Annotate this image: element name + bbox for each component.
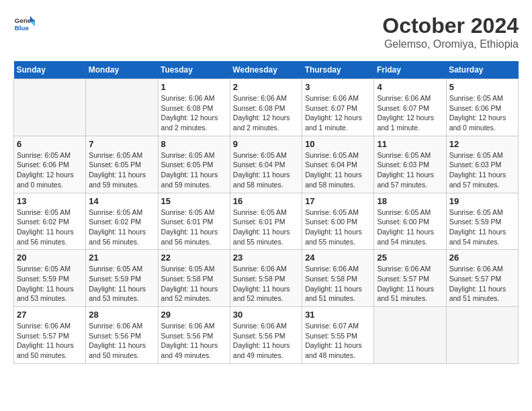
calendar-cell: 13 Sunrise: 6:05 AM Sunset: 6:02 PM Dayl…	[14, 193, 86, 250]
daylight-text: Daylight: 11 hours and 56 minutes.	[161, 228, 218, 246]
daylight-text: Daylight: 12 hours and 0 minutes.	[449, 113, 506, 132]
calendar-cell: 5 Sunrise: 6:05 AM Sunset: 6:06 PM Dayli…	[446, 79, 518, 136]
day-info: Sunrise: 6:05 AM Sunset: 6:06 PM Dayligh…	[17, 150, 83, 190]
weekday-header-sunday: Sunday	[14, 61, 86, 79]
sunset-text: Sunset: 5:58 PM	[233, 275, 285, 283]
calendar-cell: 30 Sunrise: 6:06 AM Sunset: 5:56 PM Dayl…	[230, 307, 302, 364]
sunset-text: Sunset: 5:59 PM	[17, 275, 69, 283]
weekday-header-friday: Friday	[374, 61, 446, 79]
day-number: 13	[17, 196, 83, 206]
day-info: Sunrise: 6:06 AM Sunset: 5:57 PM Dayligh…	[449, 264, 515, 304]
sunrise-text: Sunrise: 6:05 AM	[17, 208, 71, 216]
sunrise-text: Sunrise: 6:05 AM	[17, 265, 71, 273]
daylight-text: Daylight: 11 hours and 51 minutes.	[449, 285, 506, 303]
day-number: 11	[377, 139, 443, 149]
day-info: Sunrise: 6:06 AM Sunset: 5:56 PM Dayligh…	[233, 321, 299, 361]
sunrise-text: Sunrise: 6:06 AM	[17, 322, 71, 330]
calendar-week-row: 20 Sunrise: 6:05 AM Sunset: 5:59 PM Dayl…	[14, 250, 519, 307]
daylight-text: Daylight: 11 hours and 52 minutes.	[233, 285, 290, 303]
sunrise-text: Sunrise: 6:06 AM	[161, 322, 215, 330]
sunrise-text: Sunrise: 6:06 AM	[89, 322, 142, 330]
day-info: Sunrise: 6:06 AM Sunset: 5:57 PM Dayligh…	[377, 264, 443, 304]
sunset-text: Sunset: 6:07 PM	[377, 104, 429, 112]
calendar-cell: 1 Sunrise: 6:06 AM Sunset: 6:08 PM Dayli…	[158, 79, 230, 136]
sunrise-text: Sunrise: 6:06 AM	[233, 322, 287, 330]
calendar-cell: 10 Sunrise: 6:05 AM Sunset: 6:04 PM Dayl…	[302, 136, 374, 193]
daylight-text: Daylight: 11 hours and 58 minutes.	[233, 171, 290, 189]
day-info: Sunrise: 6:07 AM Sunset: 5:55 PM Dayligh…	[305, 321, 371, 361]
calendar-cell	[446, 307, 518, 364]
daylight-text: Daylight: 11 hours and 57 minutes.	[449, 171, 506, 189]
day-info: Sunrise: 6:05 AM Sunset: 5:59 PM Dayligh…	[449, 208, 515, 247]
day-number: 14	[89, 196, 154, 206]
sunrise-text: Sunrise: 6:05 AM	[377, 151, 431, 159]
day-number: 12	[449, 139, 515, 149]
sunrise-text: Sunrise: 6:05 AM	[305, 151, 359, 159]
day-number: 1	[161, 82, 227, 92]
day-info: Sunrise: 6:06 AM Sunset: 6:07 PM Dayligh…	[377, 93, 443, 133]
sunset-text: Sunset: 5:56 PM	[89, 332, 141, 340]
calendar-cell: 11 Sunrise: 6:05 AM Sunset: 6:03 PM Dayl…	[374, 136, 446, 193]
sunset-text: Sunset: 6:03 PM	[449, 161, 502, 169]
sunrise-text: Sunrise: 6:06 AM	[377, 94, 431, 102]
day-info: Sunrise: 6:05 AM Sunset: 6:01 PM Dayligh…	[161, 208, 227, 247]
day-number: 31	[305, 310, 371, 320]
calendar-week-row: 13 Sunrise: 6:05 AM Sunset: 6:02 PM Dayl…	[14, 193, 519, 250]
sunrise-text: Sunrise: 6:06 AM	[161, 94, 215, 102]
daylight-text: Daylight: 11 hours and 49 minutes.	[161, 341, 218, 359]
day-number: 15	[161, 196, 227, 206]
daylight-text: Daylight: 11 hours and 56 minutes.	[89, 228, 146, 246]
daylight-text: Daylight: 11 hours and 49 minutes.	[233, 341, 290, 359]
day-number: 29	[161, 310, 227, 320]
day-number: 7	[89, 139, 154, 149]
calendar-cell: 27 Sunrise: 6:06 AM Sunset: 5:57 PM Dayl…	[14, 307, 86, 364]
calendar-cell	[374, 307, 446, 364]
sunrise-text: Sunrise: 6:05 AM	[161, 151, 215, 159]
daylight-text: Daylight: 11 hours and 54 minutes.	[377, 228, 434, 246]
day-info: Sunrise: 6:05 AM Sunset: 6:02 PM Dayligh…	[89, 208, 154, 247]
calendar-cell: 21 Sunrise: 6:05 AM Sunset: 5:59 PM Dayl…	[86, 250, 158, 307]
day-info: Sunrise: 6:06 AM Sunset: 5:58 PM Dayligh…	[233, 264, 299, 304]
calendar-cell: 25 Sunrise: 6:06 AM Sunset: 5:57 PM Dayl…	[374, 250, 446, 307]
day-number: 28	[89, 310, 154, 320]
calendar-cell: 3 Sunrise: 6:06 AM Sunset: 6:07 PM Dayli…	[302, 79, 374, 136]
day-number: 22	[161, 253, 227, 263]
daylight-text: Daylight: 11 hours and 57 minutes.	[377, 171, 434, 189]
sunrise-text: Sunrise: 6:05 AM	[89, 265, 142, 273]
daylight-text: Daylight: 11 hours and 50 minutes.	[17, 341, 74, 359]
calendar-cell: 18 Sunrise: 6:05 AM Sunset: 6:00 PM Dayl…	[374, 193, 446, 250]
day-info: Sunrise: 6:06 AM Sunset: 6:08 PM Dayligh…	[233, 93, 299, 133]
daylight-text: Daylight: 11 hours and 53 minutes.	[89, 285, 146, 303]
sunrise-text: Sunrise: 6:05 AM	[17, 151, 71, 159]
calendar-cell: 4 Sunrise: 6:06 AM Sunset: 6:07 PM Dayli…	[374, 79, 446, 136]
sunrise-text: Sunrise: 6:05 AM	[305, 208, 359, 216]
day-number: 18	[377, 196, 443, 206]
sunset-text: Sunset: 6:02 PM	[17, 218, 69, 226]
sunrise-text: Sunrise: 6:05 AM	[89, 151, 142, 159]
page-header: General Blue October 2024 Gelemso, Oromi…	[13, 13, 519, 50]
day-info: Sunrise: 6:05 AM Sunset: 5:59 PM Dayligh…	[17, 264, 83, 304]
calendar-week-row: 27 Sunrise: 6:06 AM Sunset: 5:57 PM Dayl…	[14, 307, 519, 364]
sunrise-text: Sunrise: 6:05 AM	[161, 208, 215, 216]
daylight-text: Daylight: 11 hours and 54 minutes.	[449, 228, 506, 246]
calendar-cell: 12 Sunrise: 6:05 AM Sunset: 6:03 PM Dayl…	[446, 136, 518, 193]
day-info: Sunrise: 6:05 AM Sunset: 6:03 PM Dayligh…	[377, 150, 443, 190]
calendar-cell: 9 Sunrise: 6:05 AM Sunset: 6:04 PM Dayli…	[230, 136, 302, 193]
sunset-text: Sunset: 5:58 PM	[305, 275, 357, 283]
sunset-text: Sunset: 6:01 PM	[233, 218, 285, 226]
calendar-cell: 8 Sunrise: 6:05 AM Sunset: 6:05 PM Dayli…	[158, 136, 230, 193]
page-title: October 2024	[382, 13, 519, 38]
day-number: 19	[449, 196, 515, 206]
sunset-text: Sunset: 6:06 PM	[449, 104, 502, 112]
logo: General Blue	[13, 13, 35, 35]
day-info: Sunrise: 6:06 AM Sunset: 5:56 PM Dayligh…	[89, 321, 154, 361]
day-info: Sunrise: 6:05 AM Sunset: 6:00 PM Dayligh…	[305, 208, 371, 247]
sunrise-text: Sunrise: 6:06 AM	[305, 265, 359, 273]
daylight-text: Daylight: 11 hours and 58 minutes.	[305, 171, 362, 189]
daylight-text: Daylight: 11 hours and 52 minutes.	[161, 285, 218, 303]
sunset-text: Sunset: 6:08 PM	[161, 104, 214, 112]
calendar-cell: 17 Sunrise: 6:05 AM Sunset: 6:00 PM Dayl…	[302, 193, 374, 250]
day-info: Sunrise: 6:06 AM Sunset: 5:56 PM Dayligh…	[161, 321, 227, 361]
day-info: Sunrise: 6:05 AM Sunset: 6:01 PM Dayligh…	[233, 208, 299, 247]
day-info: Sunrise: 6:05 AM Sunset: 6:00 PM Dayligh…	[377, 208, 443, 247]
